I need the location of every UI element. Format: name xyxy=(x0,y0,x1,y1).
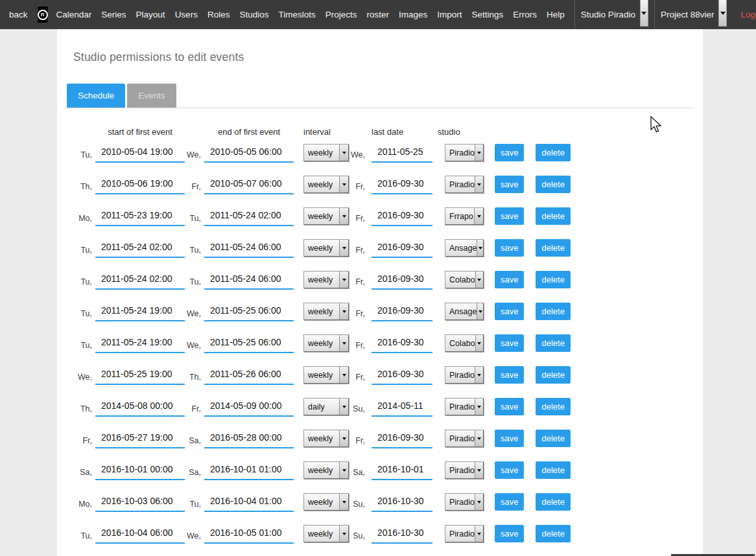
delete-button[interactable]: delete xyxy=(536,271,570,288)
save-button[interactable]: save xyxy=(495,430,524,447)
last-date-input[interactable] xyxy=(372,492,432,512)
last-date-input[interactable] xyxy=(372,270,432,290)
interval-select-arrow-icon[interactable] xyxy=(339,430,348,446)
save-button[interactable]: save xyxy=(495,303,524,320)
tab-events[interactable]: Events xyxy=(127,84,176,108)
start-input[interactable] xyxy=(95,175,185,194)
interval-select-arrow-icon[interactable] xyxy=(339,494,348,510)
project-dropdown[interactable]: Project 88vier xyxy=(654,0,733,29)
interval-select-arrow-icon[interactable] xyxy=(339,208,348,224)
start-input[interactable] xyxy=(95,461,185,480)
studio-select[interactable]: Piradio xyxy=(445,144,484,161)
nav-item-series[interactable]: Series xyxy=(101,10,126,19)
interval-select-arrow-icon[interactable] xyxy=(339,145,348,161)
nav-item-studios[interactable]: Studios xyxy=(239,10,268,19)
last-date-input[interactable] xyxy=(372,302,432,321)
studio-select-arrow-icon[interactable] xyxy=(475,335,483,351)
start-input[interactable] xyxy=(95,429,185,448)
interval-select-arrow-icon[interactable] xyxy=(339,240,348,256)
studio-select-arrow-icon[interactable] xyxy=(474,208,483,224)
delete-button[interactable]: delete xyxy=(536,493,570,511)
save-button[interactable]: save xyxy=(495,334,524,352)
delete-button[interactable]: delete xyxy=(536,207,570,225)
nav-item-errors[interactable]: Errors xyxy=(513,10,537,19)
studio-select[interactable]: Frrapo xyxy=(445,207,484,225)
nav-item-playout[interactable]: Playout xyxy=(136,10,165,19)
last-date-input[interactable] xyxy=(372,365,432,385)
save-button[interactable]: save xyxy=(495,493,524,511)
delete-button[interactable]: delete xyxy=(536,398,570,415)
studio-select[interactable]: Piradio xyxy=(445,493,484,511)
end-input[interactable] xyxy=(204,492,294,512)
studio-select-arrow-icon[interactable] xyxy=(475,176,483,192)
end-input[interactable] xyxy=(204,175,294,194)
nav-item-help[interactable]: Help xyxy=(547,10,565,19)
start-input[interactable] xyxy=(95,302,185,321)
delete-button[interactable]: delete xyxy=(536,366,570,384)
interval-select[interactable]: weekly xyxy=(303,207,349,225)
interval-select[interactable]: weekly xyxy=(303,461,349,479)
end-input[interactable] xyxy=(204,397,294,417)
start-input[interactable] xyxy=(95,334,185,353)
studio-select-arrow-icon[interactable] xyxy=(475,494,483,510)
interval-select[interactable]: weekly xyxy=(303,176,349,193)
interval-select-arrow-icon[interactable] xyxy=(339,303,348,319)
nav-item-projects[interactable]: Projects xyxy=(325,10,357,19)
studio-select-arrow-icon[interactable] xyxy=(475,272,483,288)
end-input[interactable] xyxy=(204,334,294,353)
last-date-input[interactable] xyxy=(372,175,432,194)
studio-select[interactable]: Colabo xyxy=(445,271,484,288)
end-input[interactable] xyxy=(204,365,294,385)
interval-select-arrow-icon[interactable] xyxy=(339,526,348,542)
delete-button[interactable]: delete xyxy=(536,461,570,479)
nav-item-images[interactable]: Images xyxy=(399,10,427,19)
last-date-input[interactable] xyxy=(372,207,432,226)
studio-select-arrow-icon[interactable] xyxy=(477,303,483,319)
interval-select[interactable]: weekly xyxy=(303,303,349,320)
interval-select-arrow-icon[interactable] xyxy=(339,272,348,288)
studio-select[interactable]: Ansage xyxy=(445,303,484,320)
end-input[interactable] xyxy=(204,207,294,226)
interval-select[interactable]: weekly xyxy=(303,493,349,511)
studio-select-arrow-icon[interactable] xyxy=(477,240,483,256)
studio-select-arrow-icon[interactable] xyxy=(475,430,483,446)
studio-select-arrow-icon[interactable] xyxy=(475,526,483,542)
studio-select-arrow-icon[interactable] xyxy=(475,145,483,161)
last-date-input[interactable] xyxy=(372,461,432,480)
nav-item-calendar[interactable]: Calendar xyxy=(56,10,92,19)
interval-select-arrow-icon[interactable] xyxy=(339,462,348,478)
end-input[interactable] xyxy=(204,270,294,290)
interval-select[interactable]: weekly xyxy=(303,525,349,542)
studio-dropdown-arrow-icon[interactable] xyxy=(640,0,648,27)
interval-select[interactable]: weekly xyxy=(303,334,349,352)
interval-select[interactable]: weekly xyxy=(303,239,349,257)
interval-select[interactable]: daily xyxy=(303,398,349,415)
start-input[interactable] xyxy=(95,270,185,290)
studio-select[interactable]: Piradio xyxy=(445,398,484,415)
nav-item-roles[interactable]: Roles xyxy=(207,10,230,19)
start-input[interactable] xyxy=(95,365,185,385)
studio-select-arrow-icon[interactable] xyxy=(475,367,483,383)
end-input[interactable] xyxy=(204,429,294,448)
end-input[interactable] xyxy=(204,238,294,258)
delete-button[interactable]: delete xyxy=(536,334,570,352)
studio-select[interactable]: Ansage xyxy=(445,239,484,257)
interval-select-arrow-icon[interactable] xyxy=(339,367,348,383)
logout-link[interactable]: Logout xyxy=(740,10,756,19)
save-button[interactable]: save xyxy=(495,144,524,161)
project-dropdown-arrow-icon[interactable] xyxy=(718,0,727,27)
interval-select-arrow-icon[interactable] xyxy=(339,335,348,351)
studio-select-arrow-icon[interactable] xyxy=(475,462,483,478)
studio-select[interactable]: Piradio xyxy=(445,366,484,384)
start-input[interactable] xyxy=(95,143,185,163)
nav-item-settings[interactable]: Settings xyxy=(472,10,504,19)
save-button[interactable]: save xyxy=(495,398,524,415)
studio-select[interactable]: Piradio xyxy=(445,430,484,447)
end-input[interactable] xyxy=(204,461,294,480)
last-date-input[interactable] xyxy=(372,334,432,353)
save-button[interactable]: save xyxy=(495,207,524,225)
delete-button[interactable]: delete xyxy=(536,303,570,320)
nav-item-back[interactable]: back xyxy=(9,10,28,19)
start-input[interactable] xyxy=(95,238,185,258)
last-date-input[interactable] xyxy=(372,143,432,163)
